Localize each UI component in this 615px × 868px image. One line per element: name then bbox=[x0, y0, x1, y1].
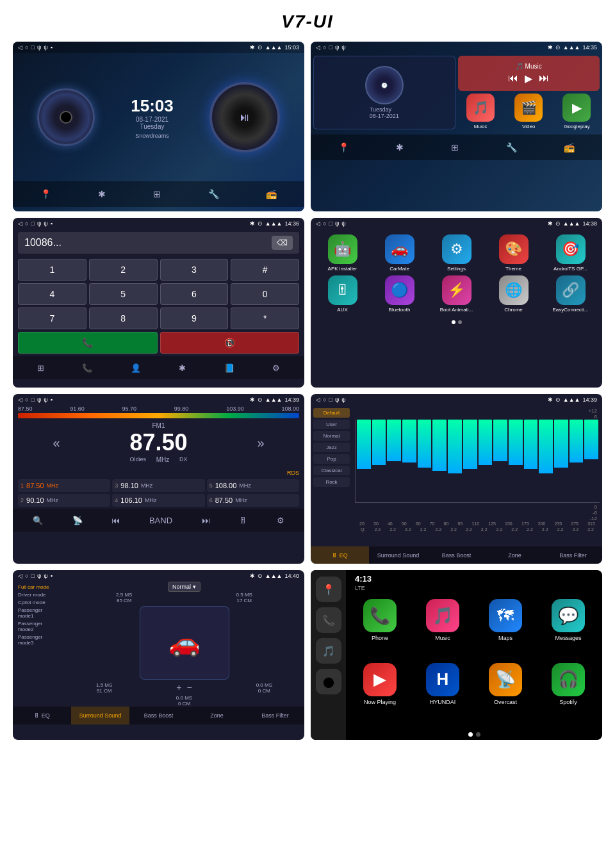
next-station-btn[interactable]: ⏭ bbox=[202, 516, 210, 525]
preset-3[interactable]: 3 98.10 MHz bbox=[112, 479, 204, 492]
mode-cpilot[interactable]: Cpilot mode bbox=[18, 600, 59, 605]
delete-button[interactable]: ⌫ bbox=[272, 236, 293, 250]
sub-btn[interactable]: − bbox=[186, 682, 192, 694]
cp-app-overcast[interactable]: 📡 Overcast bbox=[477, 663, 534, 722]
sidebar-nav-icon[interactable]: 📍 bbox=[316, 577, 341, 602]
eq-preset-jazz[interactable]: Jazz bbox=[313, 443, 350, 452]
radio-settings-btn[interactable]: ⚙ bbox=[277, 516, 284, 525]
app-aux[interactable]: 🎚 AUX bbox=[316, 275, 369, 313]
tab-surround-s[interactable]: Surround Sound bbox=[71, 707, 129, 725]
tab-bass-boost[interactable]: Bass Boost bbox=[427, 546, 486, 564]
app-googleplay[interactable]: ▶ Googleplay bbox=[554, 94, 600, 129]
eq-preset-default[interactable]: Default bbox=[313, 408, 350, 418]
app-theme[interactable]: 🎨 Theme bbox=[487, 234, 540, 272]
mode-driver[interactable]: Driver mode bbox=[18, 592, 59, 598]
cp-dot-1[interactable] bbox=[468, 732, 473, 737]
cp-app-music[interactable]: 🎵 Music bbox=[414, 599, 472, 658]
tab-zone-s[interactable]: Zone bbox=[188, 707, 246, 725]
app-carmate[interactable]: 🚗 CarMate bbox=[373, 234, 426, 272]
key-7[interactable]: 7 bbox=[18, 307, 86, 329]
key-3[interactable]: 3 bbox=[160, 259, 229, 281]
nav-icon[interactable]: 📍 bbox=[40, 189, 51, 199]
call-log-icon[interactable]: 📞 bbox=[82, 363, 92, 373]
tab-bass-filter[interactable]: Bass Filter bbox=[544, 546, 602, 564]
search-btn[interactable]: 🔍 bbox=[33, 516, 43, 525]
tab-zone[interactable]: Zone bbox=[486, 546, 544, 564]
app-easyconnect[interactable]: 🔗 EasyConnecti... bbox=[544, 275, 597, 313]
media-icon[interactable]: 📻 bbox=[266, 189, 277, 199]
bt-icon[interactable]: ✱ bbox=[98, 189, 106, 199]
app-androits[interactable]: 🎯 AndroiTS GP... bbox=[544, 234, 597, 272]
app-video[interactable]: 🎬 Video bbox=[506, 94, 552, 129]
eq-preset-classical[interactable]: Classical bbox=[313, 466, 350, 475]
sidebar-home-icon[interactable]: ⬤ bbox=[316, 669, 341, 694]
key-4[interactable]: 4 bbox=[18, 283, 86, 305]
freq-down-btn[interactable]: « bbox=[53, 436, 60, 450]
key-0[interactable]: 0 bbox=[231, 283, 299, 305]
eq-preset-user[interactable]: User bbox=[313, 420, 350, 429]
tab-bass-boost-s[interactable]: Bass Boost bbox=[129, 707, 188, 725]
prev-station-btn[interactable]: ⏮ bbox=[111, 516, 120, 525]
tab-eq-s[interactable]: 🎚 EQ bbox=[13, 707, 71, 725]
play-btn[interactable]: ▶ bbox=[525, 72, 532, 85]
mode-pass2[interactable]: Passenger mode2 bbox=[18, 621, 59, 632]
app-settings[interactable]: ⚙ Settings bbox=[430, 234, 483, 272]
app-music[interactable]: 🎵 Music bbox=[458, 94, 504, 129]
key-9[interactable]: 9 bbox=[160, 307, 229, 329]
tab-bass-filter-s[interactable]: Bass Filter bbox=[246, 707, 304, 725]
add-btn[interactable]: + bbox=[176, 682, 181, 694]
cp-app-hyundai[interactable]: H HYUNDAI bbox=[414, 663, 472, 722]
scan-btn[interactable]: 📡 bbox=[72, 516, 83, 525]
key-1[interactable]: 1 bbox=[18, 259, 86, 281]
freq-up-btn[interactable]: » bbox=[257, 436, 264, 450]
mode-badge[interactable]: Normal ▾ bbox=[168, 582, 201, 592]
cp-app-spotify[interactable]: 🎧 Spotify bbox=[539, 663, 597, 722]
eq-preset-pop[interactable]: Pop bbox=[313, 454, 350, 464]
preset-1[interactable]: 1 87.50 MHz bbox=[18, 479, 110, 492]
tab-surround[interactable]: Surround Sound bbox=[369, 546, 427, 564]
next-btn[interactable]: ⏭ bbox=[539, 72, 549, 84]
settings-dialer-icon[interactable]: ⚙ bbox=[272, 363, 280, 373]
preset-4[interactable]: 4 106.10 MHz bbox=[112, 494, 204, 507]
mode-fullcar[interactable]: Full car mode bbox=[18, 584, 59, 590]
tab-eq[interactable]: 🎚 EQ bbox=[311, 546, 369, 564]
mode-pass3[interactable]: Passenger mode3 bbox=[18, 634, 59, 646]
keypad-icon[interactable]: ⊞ bbox=[37, 363, 44, 373]
app-chrome[interactable]: 🌐 Chrome bbox=[487, 275, 540, 313]
contacts-icon[interactable]: 👤 bbox=[131, 363, 141, 373]
prev-btn[interactable]: ⏮ bbox=[508, 72, 518, 84]
cp-dot-2[interactable] bbox=[476, 732, 480, 737]
eq-preset-rock[interactable]: Rock bbox=[313, 477, 350, 487]
key-8[interactable]: 8 bbox=[89, 307, 158, 329]
preset-2[interactable]: 2 90.10 MHz bbox=[18, 494, 110, 507]
app-bluetooth[interactable]: 🔵 Bluetooth bbox=[373, 275, 426, 313]
end-button[interactable]: 📵 bbox=[160, 332, 300, 354]
dot-1[interactable] bbox=[452, 320, 455, 324]
dot-2[interactable] bbox=[458, 320, 462, 324]
cp-app-maps[interactable]: 🗺 Maps bbox=[477, 599, 534, 658]
settings-icon[interactable]: 🔧 bbox=[208, 189, 219, 199]
cp-app-phone[interactable]: 📞 Phone bbox=[351, 599, 409, 658]
eq-preset-normal[interactable]: Normal bbox=[313, 431, 350, 441]
key-5[interactable]: 5 bbox=[89, 283, 158, 305]
phonebook-icon[interactable]: 📘 bbox=[224, 363, 234, 373]
sidebar-media-icon[interactable]: 🎵 bbox=[316, 638, 341, 664]
bt-dialer-icon[interactable]: ✱ bbox=[179, 363, 186, 373]
call-button[interactable]: 📞 bbox=[18, 332, 158, 354]
band-btn[interactable]: BAND bbox=[149, 516, 172, 525]
eq-btn[interactable]: 🎚 bbox=[239, 516, 247, 525]
cp-app-messages[interactable]: 💬 Messages bbox=[539, 599, 597, 658]
key-star[interactable]: * bbox=[231, 307, 299, 329]
app-bootanim[interactable]: ⚡ Boot Animati... bbox=[430, 275, 483, 313]
key-hash[interactable]: # bbox=[231, 259, 299, 281]
key-6[interactable]: 6 bbox=[160, 283, 229, 305]
sidebar-phone-icon[interactable]: 📞 bbox=[316, 607, 341, 633]
preset-6[interactable]: 6 87.50 MHz bbox=[207, 494, 299, 507]
key-2[interactable]: 2 bbox=[89, 259, 158, 281]
preset-5[interactable]: 5 108.00 MHz bbox=[207, 479, 299, 492]
apps-icon[interactable]: ⊞ bbox=[153, 189, 161, 199]
music-widget[interactable]: 🎵 Music ⏮ ▶ ⏭ bbox=[458, 56, 600, 91]
cp-app-nowplaying[interactable]: ▶ Now Playing bbox=[351, 663, 409, 722]
right-disc[interactable]: ⏯ bbox=[209, 82, 280, 152]
mode-pass1[interactable]: Passenger mode1 bbox=[18, 607, 59, 619]
